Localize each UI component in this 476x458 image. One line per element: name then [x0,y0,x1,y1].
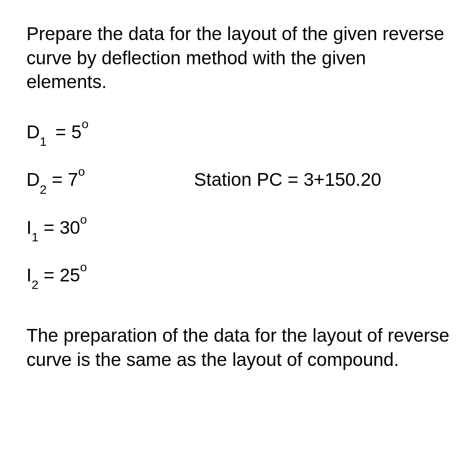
eq2-eq: = [47,169,68,190]
eq2-var: D [26,169,40,190]
eq1-val: 5 [71,122,82,142]
footer-paragraph: The preparation of the data for the layo… [26,324,450,372]
eq3-var: I [26,217,32,238]
eq2-val: 7 [68,169,78,190]
eq4-eq: = [38,265,60,285]
eq3-val: 30 [60,217,80,238]
eq4-sup: o [80,260,87,274]
equation-d1: D1 = 5o [26,121,450,145]
eq1-sup: o [82,117,89,131]
eq1-eq: = [50,122,71,142]
eq3-sup: o [80,213,87,226]
equation-i2: I2 = 25o [26,264,450,288]
eq3-eq: = [38,217,60,238]
eq2-sup: o [78,165,85,178]
equation-d2-row: D2 = 7o Station PC = 3+150.20 [26,168,450,193]
station-pc: Station PC = 3+150.20 [194,169,381,190]
equation-i1: I1 = 30o [26,216,450,241]
eq1-var: D [26,122,40,142]
equations-block: D1 = 5o D2 = 7o Station PC = 3+150.20 I1… [26,121,450,289]
eq2-sub: 2 [40,183,47,196]
eq4-var: I [26,265,32,285]
eq1-sub: 1 [40,135,47,148]
eq4-val: 25 [60,265,80,285]
eq4-sub: 2 [32,278,39,292]
eq3-sub: 1 [32,230,39,244]
intro-paragraph: Prepare the data for the layout of the g… [26,22,450,94]
